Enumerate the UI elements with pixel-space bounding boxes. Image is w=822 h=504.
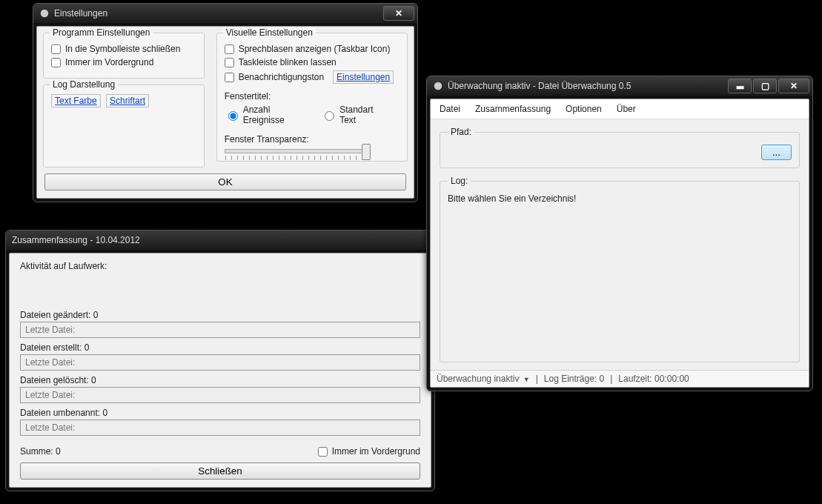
status-watch-label: Überwachung inaktiv [437, 374, 519, 384]
settings-titlebar[interactable]: Einstellungen ✕ [33, 4, 417, 23]
deleted-lastfile: Letzte Datei: [20, 387, 420, 403]
link-sound-settings[interactable]: Einstellungen [333, 70, 394, 84]
path-legend: Pfad: [448, 127, 474, 137]
log-text: Bitte wählen Sie ein Verzeichnis! [448, 193, 792, 204]
link-font[interactable]: Schriftart [106, 94, 149, 107]
app-icon [39, 8, 50, 19]
menu-optionen[interactable]: Optionen [566, 104, 602, 114]
menu-ueber[interactable]: Über [617, 104, 636, 114]
checkbox-blink[interactable]: Taskleiste blinken lassen [225, 57, 400, 67]
log-display-legend: Log Darstellung [50, 79, 118, 90]
status-entries: Log Einträge: 0 [544, 374, 604, 384]
radio-event-count-label: Anzahl Ereignisse [243, 105, 311, 125]
checkbox-topmost[interactable]: Immer im Vordergrund [51, 57, 196, 67]
sum-label: Summe: 0 [20, 446, 61, 457]
program-settings-legend: Programm Einstellungen [50, 27, 153, 38]
main-title: Überwachung inaktiv - Datei Überwachung … [448, 81, 631, 91]
path-group: Pfad: ... [440, 127, 800, 168]
summary-titlebar[interactable]: Zusammenfassung - 10.04.2012 [6, 231, 434, 250]
renamed-label: Dateien umbenannt: 0 [20, 408, 420, 418]
summary-checkbox-topmost[interactable]: Immer im Vordergrund [318, 446, 420, 457]
radio-event-count[interactable]: Anzahl Ereignisse [225, 105, 311, 125]
menu-zusammenfassung[interactable]: Zusammenfassung [475, 104, 551, 114]
checkbox-tray[interactable]: In die Symbolleiste schließen [51, 44, 196, 54]
changed-lastfile: Letzte Datei: [20, 322, 420, 338]
summary-window: Zusammenfassung - 10.04.2012 Aktivität a… [5, 230, 435, 491]
created-label: Dateien erstellt: 0 [20, 342, 420, 353]
summary-checkbox-topmost-label: Immer im Vordergrund [332, 446, 420, 457]
svg-point-0 [41, 10, 49, 18]
menubar: Datei Zusammenfassung Optionen Über [431, 99, 809, 119]
program-settings-group: Programm Einstellungen In die Symbolleis… [43, 33, 205, 79]
visual-settings-legend: Visuelle Einstellungen [223, 27, 316, 38]
changed-label: Dateien geändert: 0 [20, 310, 420, 320]
checkbox-blink-label: Taskleiste blinken lassen [239, 57, 337, 67]
statusbar: Überwachung inaktiv ▼ | Log Einträge: 0 … [431, 370, 809, 387]
close-icon[interactable]: ✕ [383, 6, 414, 21]
summary-close-button[interactable]: Schließen [20, 462, 420, 480]
slider-thumb[interactable] [362, 144, 371, 160]
status-sep: | [536, 374, 538, 384]
log-legend: Log: [448, 176, 471, 186]
window-title-label: Fenstertitel: [225, 91, 400, 102]
app-icon [433, 81, 443, 91]
deleted-label: Dateien gelöscht: 0 [20, 375, 420, 385]
checkbox-tray-label: In die Symbolleiste schließen [65, 44, 180, 54]
created-lastfile: Letzte Datei: [20, 354, 420, 371]
status-runtime: Laufzeit: 00:00:00 [618, 374, 689, 384]
checkbox-balloons-label: Sprechblasen anzeigen (Taskbar Icon) [239, 44, 391, 54]
svg-point-1 [434, 82, 443, 90]
ok-button[interactable]: OK [44, 173, 406, 190]
activity-label: Aktivität auf Laufwerk: [20, 261, 420, 271]
minimize-icon[interactable]: ▂ [728, 79, 752, 93]
transparency-slider[interactable] [225, 149, 367, 153]
link-text-color[interactable]: Text Farbe [51, 94, 101, 107]
main-window: Überwachung inaktiv - Datei Überwachung … [426, 76, 813, 391]
browse-button[interactable]: ... [761, 145, 792, 160]
summary-title: Zusammenfassung - 10.04.2012 [12, 235, 140, 245]
checkbox-sound-label: Benachrichtigungston [239, 72, 324, 82]
status-watch[interactable]: Überwachung inaktiv ▼ [437, 374, 530, 384]
close-icon[interactable]: ✕ [778, 79, 809, 93]
checkbox-sound[interactable] [225, 73, 234, 82]
radio-standard-text[interactable]: Standart Text [321, 105, 389, 125]
radio-standard-text-label: Standart Text [339, 105, 389, 125]
transparency-label: Fenster Transparenz: [225, 134, 400, 145]
checkbox-balloons[interactable]: Sprechblasen anzeigen (Taskbar Icon) [225, 44, 400, 54]
log-display-group: Log Darstellung Text Farbe Schriftart [43, 84, 205, 168]
renamed-lastfile: Letzte Datei: [20, 420, 420, 436]
maximize-icon[interactable]: ▢ [753, 79, 777, 93]
checkbox-topmost-label: Immer im Vordergrund [65, 57, 153, 67]
settings-window: Einstellungen ✕ Programm Einstellungen I… [33, 3, 418, 202]
menu-datei[interactable]: Datei [440, 104, 460, 114]
settings-title: Einstellungen [54, 8, 107, 19]
chevron-down-icon: ▼ [523, 376, 530, 383]
visual-settings-group: Visuelle Einstellungen Sprechblasen anze… [216, 33, 408, 162]
log-group: Log: Bitte wählen Sie ein Verzeichnis! [440, 176, 800, 362]
status-sep: | [610, 374, 612, 384]
main-titlebar[interactable]: Überwachung inaktiv - Datei Überwachung … [427, 76, 812, 96]
